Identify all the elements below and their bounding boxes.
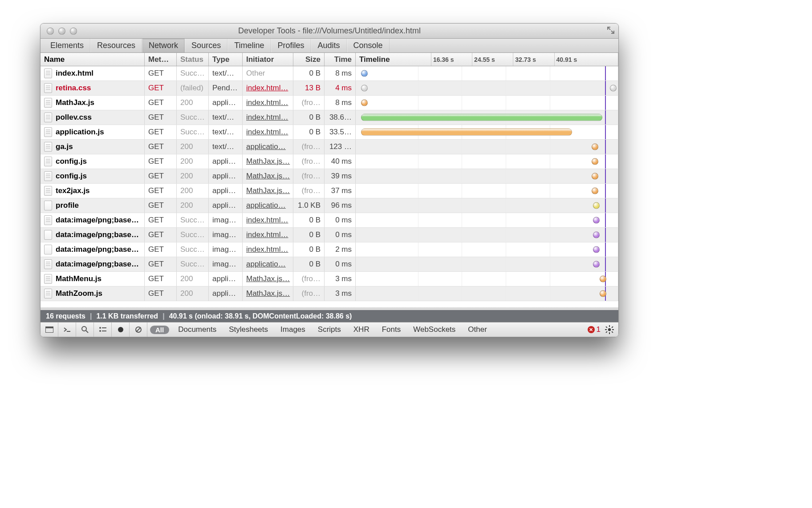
col-initiator[interactable]: Initiator <box>243 53 293 66</box>
initiator-link[interactable]: index.html… <box>246 98 288 107</box>
tab-resources[interactable]: Resources <box>90 39 142 52</box>
request-row[interactable]: data:image/png;base…GETSucc…imag…index.h… <box>41 242 618 257</box>
request-row[interactable]: config.jsGET200appli…MathJax.js…(fro…39 … <box>41 169 618 184</box>
svg-rect-14 <box>609 332 610 334</box>
file-icon <box>44 127 52 137</box>
initiator-link[interactable]: index.html… <box>246 230 288 239</box>
col-size[interactable]: Size <box>293 53 325 66</box>
timeline-cell <box>356 169 618 183</box>
request-name: profile <box>56 201 79 210</box>
gear-icon[interactable] <box>605 325 614 334</box>
initiator-link[interactable]: MathJax.js… <box>246 186 290 195</box>
file-icon <box>44 274 52 284</box>
request-row[interactable]: tex2jax.jsGET200appli…MathJax.js…(fro…37… <box>41 184 618 198</box>
timeline-dot <box>593 202 600 209</box>
traffic-minimize-icon[interactable] <box>58 28 65 35</box>
filter-stylesheets[interactable]: Stylesheets <box>223 325 274 334</box>
initiator-link[interactable]: index.html… <box>246 245 288 254</box>
svg-rect-16 <box>612 329 614 330</box>
filter-xhr[interactable]: XHR <box>347 325 376 334</box>
initiator-link[interactable]: index.html… <box>246 113 288 122</box>
tab-audits[interactable]: Audits <box>311 39 347 52</box>
initiator-link[interactable]: MathJax.js… <box>246 172 290 181</box>
col-name[interactable]: Name <box>41 53 145 66</box>
timeline-dot <box>610 85 617 92</box>
clear-icon[interactable] <box>130 323 147 337</box>
search-icon[interactable] <box>76 323 94 337</box>
col-timeline[interactable]: Timeline 16.36 s24.55 s32.73 s40.91 s <box>356 53 618 66</box>
filter-other[interactable]: Other <box>462 325 493 334</box>
error-count[interactable]: ✕1 <box>588 325 601 334</box>
filter-images[interactable]: Images <box>274 325 312 334</box>
error-badge-icon: ✕ <box>588 326 595 333</box>
tab-network[interactable]: Network <box>142 39 185 52</box>
network-grid: Name Met… Status Type Initiator Size Tim… <box>41 53 618 307</box>
svg-rect-18 <box>611 331 613 333</box>
initiator-link[interactable]: index.html… <box>246 216 288 225</box>
filter-fonts[interactable]: Fonts <box>376 325 407 334</box>
col-status[interactable]: Status <box>177 53 209 66</box>
initiator-link[interactable]: MathJax.js… <box>246 274 290 283</box>
initiator-link[interactable]: applicatio… <box>246 142 286 151</box>
request-name: index.html <box>56 69 93 78</box>
request-row[interactable]: MathMenu.jsGET200appli…MathJax.js…(fro…3… <box>41 272 618 286</box>
list-view-icon[interactable] <box>94 323 112 337</box>
summary-requests: 16 requests <box>46 312 85 320</box>
initiator-link[interactable]: applicatio… <box>246 260 286 269</box>
filter-websockets[interactable]: WebSockets <box>407 325 462 334</box>
console-toggle-icon[interactable] <box>58 323 76 337</box>
request-name: data:image/png;base… <box>56 245 139 254</box>
timeline-cell <box>356 96 618 110</box>
timeline-dot <box>593 261 600 268</box>
initiator-link[interactable]: MathJax.js… <box>246 289 290 298</box>
request-name: application.js <box>56 128 104 137</box>
request-row[interactable]: index.htmlGETSucc…text/…Other0 B8 ms <box>41 66 618 81</box>
request-name: data:image/png;base… <box>56 230 139 239</box>
filter-scripts[interactable]: Scripts <box>312 325 347 334</box>
request-row[interactable]: data:image/png;base…GETSucc…imag…applica… <box>41 257 618 272</box>
tab-timeline[interactable]: Timeline <box>227 39 271 52</box>
request-row[interactable]: MathJax.jsGET200appli…index.html…(fro…8 … <box>41 96 618 110</box>
request-row[interactable]: application.jsGETSucc…text/…index.html…0… <box>41 125 618 140</box>
svg-rect-8 <box>102 331 106 331</box>
initiator-link[interactable]: index.html… <box>246 128 288 137</box>
initiator-link[interactable]: index.html… <box>246 84 288 93</box>
timeline-cell <box>356 198 618 213</box>
col-type[interactable]: Type <box>209 53 243 66</box>
col-time[interactable]: Time <box>325 53 356 66</box>
request-row[interactable]: profileGET200appli…applicatio…1.0 KB96 m… <box>41 198 618 213</box>
request-name: ga.js <box>56 142 73 151</box>
filter-all[interactable]: All <box>150 326 169 334</box>
request-row[interactable]: data:image/png;base…GETSucc…imag…index.h… <box>41 228 618 242</box>
window-title: Developer Tools - file:///Volumes/Untitl… <box>41 26 618 36</box>
filter-documents[interactable]: Documents <box>172 325 223 334</box>
file-icon <box>44 230 52 240</box>
record-icon[interactable] <box>112 323 130 337</box>
request-row[interactable]: MathZoom.jsGET200appli…MathJax.js…(fro…3… <box>41 286 618 301</box>
timeline-dot <box>361 70 368 77</box>
tab-elements[interactable]: Elements <box>44 39 90 52</box>
expand-icon[interactable] <box>607 26 615 34</box>
tab-sources[interactable]: Sources <box>185 39 227 52</box>
col-method[interactable]: Met… <box>145 53 177 66</box>
timeline-dot <box>592 144 598 150</box>
svg-rect-15 <box>605 329 607 330</box>
request-row[interactable]: pollev.cssGETSucc…text/…index.html…0 B38… <box>41 110 618 125</box>
timeline-dot <box>592 173 598 180</box>
timeline-bar <box>361 114 602 121</box>
dock-icon[interactable] <box>41 323 58 337</box>
timeline-cell <box>356 286 618 301</box>
timeline-cell <box>356 228 618 242</box>
svg-point-12 <box>608 328 611 331</box>
request-row[interactable]: ga.jsGET200text/…applicatio…(fro…123 … <box>41 140 618 154</box>
request-row[interactable]: retina.cssGET(failed)Pend…index.html…13 … <box>41 81 618 96</box>
tab-console[interactable]: Console <box>347 39 390 52</box>
traffic-close-icon[interactable] <box>47 28 54 35</box>
traffic-zoom-icon[interactable] <box>70 28 77 35</box>
request-row[interactable]: data:image/png;base…GETSucc…imag…index.h… <box>41 213 618 228</box>
initiator-link[interactable]: MathJax.js… <box>246 157 290 166</box>
request-row[interactable]: config.jsGET200appli…MathJax.js…(fro…40 … <box>41 154 618 169</box>
initiator-link[interactable]: applicatio… <box>246 201 286 210</box>
tab-profiles[interactable]: Profiles <box>271 39 311 52</box>
file-icon <box>44 186 52 196</box>
